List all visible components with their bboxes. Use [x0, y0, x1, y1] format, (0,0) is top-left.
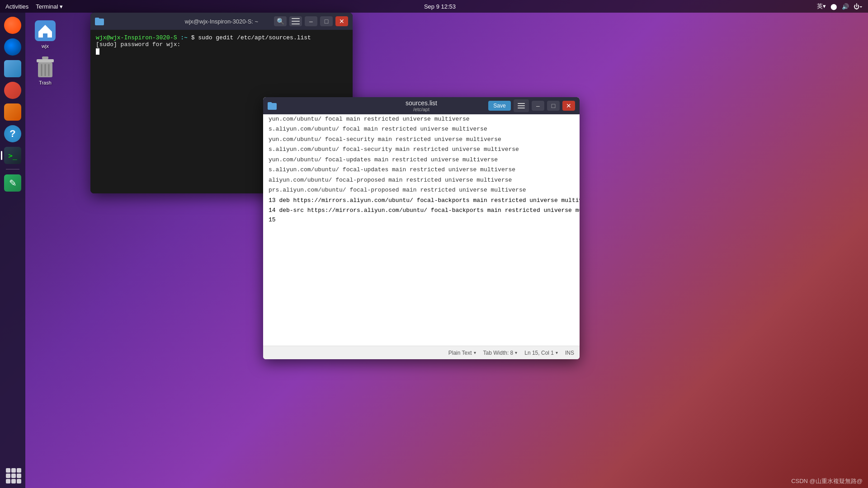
- gedit-filename: sources.list: [406, 99, 437, 107]
- terminal-cursor: [96, 48, 99, 55]
- taskbar-separator: [6, 169, 19, 169]
- gedit-save-button[interactable]: Save: [488, 101, 511, 111]
- taskbar-text-editor[interactable]: ✎: [3, 173, 23, 193]
- taskbar-music[interactable]: [3, 80, 23, 100]
- terminal-cursor-line: [96, 48, 347, 55]
- terminal-close-button[interactable]: ✕: [335, 16, 348, 26]
- desktop-icon-trash[interactable]: Trash: [29, 54, 61, 88]
- tab-width-arrow: ▾: [515, 350, 517, 355]
- volume-icon[interactable]: 🔊: [842, 3, 849, 10]
- plain-text-label: Plain Text: [448, 350, 472, 356]
- network-icon: ⬤: [830, 3, 837, 10]
- taskbar-files[interactable]: [3, 59, 23, 79]
- tab-width-label: Tab Width: 8: [483, 350, 514, 356]
- taskbar-software[interactable]: [3, 102, 23, 122]
- gedit-line-1: yun.com/ubuntu/ focal main restricted un…: [263, 114, 580, 124]
- taskbar: ? >_ ✎: [0, 13, 25, 488]
- gedit-line-13: 13 deb https://mirrors.aliyun.com/ubuntu…: [263, 196, 580, 206]
- line-col-selector[interactable]: Ln 15, Col 1 ▾: [524, 350, 558, 356]
- terminal-titlebar-right: 🔍 – □ ✕: [274, 16, 348, 26]
- watermark: CSDN @山重水複疑無路@: [791, 477, 863, 485]
- line-col-arrow: ▾: [556, 350, 558, 355]
- gedit-status-bar: Plain Text ▾ Tab Width: 8 ▾ Ln 15, Col 1…: [263, 346, 580, 359]
- taskbar-firefox[interactable]: [3, 15, 23, 35]
- activities-label[interactable]: Activities: [5, 3, 28, 10]
- terminal-line-1: wjx@wjx-Inspiron-3020-S :~ $ sudo gedit …: [96, 34, 347, 41]
- svg-rect-2: [37, 59, 54, 62]
- gedit-folder-icon: [268, 102, 277, 110]
- top-bar-right: 英▾ ⬤ 🔊 ⏻▾: [817, 2, 863, 10]
- gedit-titlebar: sources.list /etc/apt Save – □ ✕: [263, 97, 580, 114]
- terminal-search-button[interactable]: 🔍: [274, 16, 287, 26]
- terminal-titlebar: wjx@wjx-Inspiron-3020-S: ~ 🔍 – □ ✕: [90, 13, 353, 30]
- home-icon-label: wjx: [42, 43, 49, 49]
- terminal-title: wjx@wjx-Inspiron-3020-S: ~: [185, 18, 258, 25]
- terminal-user: wjx@wjx-Inspiron-3020-S: [96, 34, 177, 41]
- terminal-menu-button[interactable]: [289, 16, 302, 26]
- desktop-icon-home[interactable]: wjx: [29, 17, 61, 52]
- gedit-minimize-button[interactable]: –: [532, 101, 544, 111]
- gedit-line-7: yun.com/ubuntu/ focal-updates main restr…: [263, 155, 580, 165]
- taskbar-thunderbird[interactable]: [3, 37, 23, 57]
- terminal-command: $ sudo gedit /etc/apt/sources.list: [191, 34, 311, 41]
- taskbar-apps-button[interactable]: [4, 466, 21, 483]
- line-col-label: Ln 15, Col 1: [524, 350, 554, 356]
- taskbar-help[interactable]: ?: [3, 124, 23, 144]
- gedit-maximize-button[interactable]: □: [547, 101, 560, 111]
- terminal-menu-label[interactable]: Terminal ▾: [36, 3, 63, 10]
- desktop-icons: wjx Trash: [27, 13, 63, 488]
- gedit-line-11: prs.aliyun.com/ubuntu/ focal-proposed ma…: [263, 185, 580, 195]
- home-icon-img: [34, 20, 56, 42]
- power-icon[interactable]: ⏻▾: [854, 3, 863, 10]
- top-bar-left: Activities Terminal ▾: [5, 3, 63, 10]
- gedit-line-4: yun.com/ubuntu/ focal-security main rest…: [263, 135, 580, 145]
- plain-text-selector[interactable]: Plain Text ▾: [448, 350, 476, 356]
- terminal-maximize-button[interactable]: □: [320, 16, 333, 26]
- terminal-minimize-button[interactable]: –: [305, 16, 317, 26]
- ins-label: INS: [565, 350, 574, 356]
- gedit-line-15: 15: [263, 215, 580, 225]
- top-bar-clock: Sep 9 12:53: [424, 3, 456, 10]
- svg-rect-1: [42, 56, 48, 59]
- gedit-line-2: s.aliyun.com/ubuntu/ focal main restrict…: [263, 124, 580, 134]
- terminal-line-2: [sudo] password for wjx:: [96, 41, 347, 48]
- gedit-title-block: sources.list /etc/apt: [406, 99, 437, 112]
- gedit-close-button[interactable]: ✕: [562, 101, 575, 111]
- gedit-line-10: aliyun.com/ubuntu/ focal-proposed main r…: [263, 175, 580, 185]
- gedit-window: sources.list /etc/apt Save – □ ✕ yun.com…: [263, 97, 580, 359]
- lang-indicator[interactable]: 英▾: [817, 2, 826, 10]
- gedit-filepath: /etc/apt: [406, 107, 437, 112]
- gedit-editor[interactable]: yun.com/ubuntu/ focal main restricted un…: [263, 114, 580, 346]
- gedit-line-14: 14 deb-src https://mirrors.aliyun.com/ub…: [263, 206, 580, 216]
- trash-icon-label: Trash: [39, 80, 52, 85]
- gedit-line-8: s.aliyun.com/ubuntu/ focal-updates main …: [263, 165, 580, 175]
- trash-icon-img: [34, 56, 56, 78]
- plain-text-arrow: ▾: [474, 350, 476, 355]
- top-bar: Activities Terminal ▾ Sep 9 12:53 英▾ ⬤ 🔊…: [0, 0, 868, 13]
- gedit-line-5: s.aliyun.com/ubuntu/ focal-security main…: [263, 145, 580, 155]
- gedit-titlebar-right: Save – □ ✕: [488, 99, 575, 112]
- folder-icon: [95, 17, 104, 25]
- taskbar-terminal[interactable]: >_: [3, 145, 23, 165]
- tab-width-selector[interactable]: Tab Width: 8 ▾: [483, 350, 518, 356]
- terminal-path: :~: [180, 34, 188, 41]
- gedit-menu-button[interactable]: [514, 99, 529, 112]
- terminal-titlebar-left: [95, 17, 104, 25]
